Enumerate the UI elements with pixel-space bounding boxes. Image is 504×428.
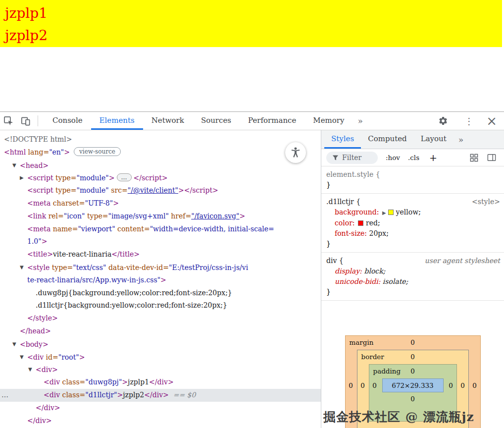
css-property-line[interactable]: unicode-bidi: isolate; [326,276,499,287]
style-rule: div {user agent stylesheetdisplay: block… [321,253,504,301]
inline-expand-button[interactable]: … [117,173,132,181]
style-rule: .d1llctjr {<style>background: ▶yellow;co… [321,194,504,253]
margin-top-value[interactable]: 0 [345,337,481,348]
rule-close-brace: } [326,239,499,249]
kebab-menu-icon[interactable]: ⋮ [464,116,473,126]
node-menu-icon[interactable]: … [1,389,9,402]
dom-node-line[interactable]: </div> [0,415,321,428]
dom-node-line[interactable]: ▼<div id="root"> [0,351,321,364]
sidebar-panel-icon[interactable] [487,153,496,162]
rule-selector[interactable]: div { [326,257,344,265]
rule-close-brace: } [326,180,499,190]
attr-name-token: type= [53,186,77,194]
text-token: jzplp2 [123,391,144,399]
dom-node-line[interactable]: <link rel="icon" type="image/svg+xml" hr… [0,210,321,223]
tab-sources[interactable]: Sources [193,112,240,130]
attr-value-token: "icon" [64,212,85,220]
tab-memory[interactable]: Memory [304,112,353,130]
tab-network[interactable]: Network [143,112,193,130]
padding-bottom-value[interactable]: 0 [345,394,481,404]
tab-console[interactable]: Console [44,112,91,130]
dom-node-line[interactable]: <html lang="en">view-source [0,146,321,159]
more-tabs-chevron[interactable]: » [353,112,367,129]
dom-node-line[interactable]: te-react-linaria/src/App.wyw-in-js.css"> [0,274,321,287]
dom-node-line[interactable]: <!DOCTYPE html> [0,133,321,146]
longhand-expand-icon[interactable]: ▶ [382,210,386,215]
dom-node-line[interactable]: .duwg8pj{background:yellow;color:red;fon… [0,287,321,300]
css-property-line[interactable]: display: block; [326,266,499,276]
color-swatch[interactable] [358,220,363,226]
attr-name-token: type= [50,264,73,271]
new-style-rule-button[interactable]: + [429,152,437,163]
tab-performance[interactable]: Performance [240,112,304,130]
box-model-content[interactable]: 672×29.333 [382,378,444,392]
padding-right-value[interactable]: 0 [447,380,455,391]
rule-source-link[interactable]: <style> [472,197,500,207]
attr-name-token: type= [85,212,108,220]
dom-node-line[interactable]: <script type="module" src="/@vite/client… [0,184,321,197]
css-property-line[interactable]: color: red; [326,218,499,228]
expand-arrow-closed-icon[interactable]: ▶ [20,171,27,184]
dom-node-line[interactable]: </head> [0,325,321,338]
tag-token: </head> [20,327,51,335]
styles-tab-styles[interactable]: Styles [324,130,361,149]
device-toolbar-icon[interactable] [17,113,34,128]
resource-link[interactable]: "/favicon.svg" [191,212,239,220]
color-swatch[interactable] [388,210,394,215]
toggle-classes-button[interactable]: .cls [408,154,419,161]
page-text-jzplp2: jzplp2 [5,24,502,47]
dom-node-line[interactable]: .d1llctjr{background:yellow;color:red;fo… [0,299,321,312]
dom-node-line[interactable]: …<div class="d1llctjr">jzplp2</div> == $… [0,389,321,402]
tag-token: <title> [27,250,53,258]
rule-selector[interactable]: element.style { [326,170,380,178]
dom-node-line[interactable]: </div> [0,402,321,415]
dom-node-line[interactable]: <div class="duwg8pj">jzplp1</div> [0,376,321,389]
dom-node-line[interactable]: ▼<style type="text/css" data-vite-dev-id… [0,261,321,274]
tag-token: <script [27,186,53,194]
styles-more-tabs-chevron[interactable]: » [458,135,463,145]
accessibility-overlay-button[interactable] [285,142,306,163]
text-token: .duwg8pj{background:yellow;color:red;fon… [36,289,232,297]
styles-tab-computed[interactable]: Computed [361,130,414,149]
settings-gear-icon[interactable] [435,113,452,128]
border-left-value[interactable]: 0 [358,380,367,391]
styles-tab-layout[interactable]: Layout [414,130,454,149]
dom-node-line[interactable]: ▶<script type="module">…</script> [0,171,321,184]
style-filter-input[interactable]: Filter [326,152,378,164]
dom-node-line[interactable]: <meta name="viewport" content="width=dev… [0,223,321,236]
dom-node-line[interactable]: ▼<div> [0,363,321,376]
tab-elements[interactable]: Elements [91,112,143,130]
border-right-value[interactable]: 0 [458,380,467,391]
margin-right-value[interactable]: 0 [470,380,479,391]
border-top-value[interactable]: 0 [345,352,481,362]
expand-arrow-open-icon[interactable]: ▼ [28,363,36,376]
expand-arrow-open-icon[interactable]: ▼ [20,351,27,364]
margin-left-value[interactable]: 0 [347,380,355,391]
dom-node-line[interactable]: ▼<head> [0,159,321,172]
css-property-line[interactable]: background: ▶yellow; [326,207,499,218]
rule-source-link[interactable]: user agent stylesheet [425,256,500,266]
expand-arrow-open-icon[interactable]: ▼ [12,159,20,172]
rule-selector[interactable]: .d1llctjr { [326,198,360,206]
dom-node-line[interactable]: <meta charset="UTF-8"> [0,197,321,210]
tag-token: <style [27,264,50,271]
close-devtools-icon[interactable]: × [486,116,497,126]
dom-node-line[interactable]: 1.0"> [0,235,321,248]
expand-arrow-open-icon[interactable]: ▼ [20,261,27,274]
dom-node-line[interactable]: </style> [0,312,321,325]
resource-link[interactable]: "/@vite/client" [128,186,178,194]
tag-token: > [113,199,119,207]
toggle-hover-state-button[interactable]: :hov [386,154,400,161]
css-property-line[interactable]: font-size: 20px; [326,228,499,239]
dom-node-line[interactable]: ▼<body> [0,338,321,351]
padding-left-value[interactable]: 0 [370,380,379,391]
toolbar-divider [38,115,38,126]
padding-top-value[interactable]: 0 [345,366,481,376]
expand-arrow-open-icon[interactable]: ▼ [12,338,20,351]
inspect-element-icon[interactable] [0,113,17,128]
view-source-badge[interactable]: view-source [74,147,121,156]
semicolon: ; [406,277,408,285]
computed-grid-icon[interactable] [470,154,478,162]
dom-node-line[interactable]: <title>vite-react-linaria</title> [0,248,321,261]
tag-token: > [109,174,115,182]
